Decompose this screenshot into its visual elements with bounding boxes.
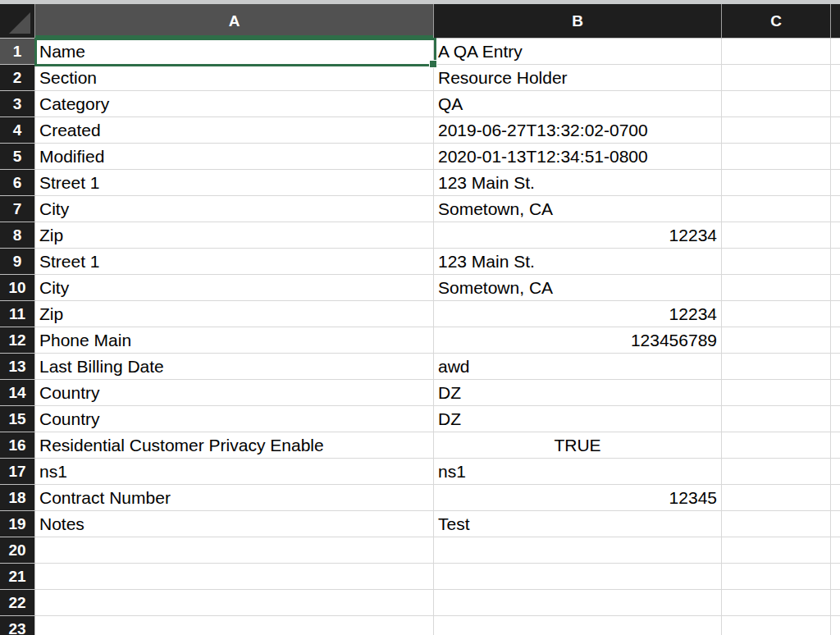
cell-B1[interactable]: A QA Entry — [434, 39, 722, 65]
row-header-22[interactable]: 22 — [0, 590, 35, 616]
select-all-button[interactable] — [0, 4, 35, 39]
row-header-6[interactable]: 6 — [0, 170, 35, 196]
cell-A10[interactable]: City — [35, 275, 434, 301]
cell-D9[interactable] — [831, 249, 840, 275]
cell-D22[interactable] — [831, 590, 840, 616]
cell-A11[interactable]: Zip — [35, 301, 434, 327]
cell-D21[interactable] — [831, 564, 840, 590]
row-header-17[interactable]: 17 — [0, 459, 35, 485]
cell-C4[interactable] — [722, 117, 831, 144]
cell-C5[interactable] — [722, 144, 831, 170]
row-header-3[interactable]: 3 — [0, 91, 35, 117]
fill-handle[interactable] — [429, 60, 437, 68]
cell-C8[interactable] — [722, 222, 831, 249]
cell-D23[interactable] — [831, 616, 840, 635]
cell-A1[interactable]: Name — [35, 39, 434, 65]
cell-D13[interactable] — [831, 354, 840, 380]
cell-D10[interactable] — [831, 275, 840, 301]
cell-B11[interactable]: 12234 — [434, 301, 722, 327]
cell-D6[interactable] — [831, 170, 840, 196]
row-header-13[interactable]: 13 — [0, 354, 35, 380]
cell-B6[interactable]: 123 Main St. — [434, 170, 722, 196]
cell-B4[interactable]: 2019-06-27T13:32:02-0700 — [434, 117, 722, 144]
cell-C22[interactable] — [722, 590, 831, 616]
row-header-16[interactable]: 16 — [0, 432, 35, 459]
cell-D3[interactable] — [831, 91, 840, 117]
column-header-A[interactable]: A — [35, 4, 434, 39]
column-header-B[interactable]: B — [434, 4, 722, 39]
cell-B17[interactable]: ns1 — [434, 459, 722, 485]
cell-C17[interactable] — [722, 459, 831, 485]
cell-B18[interactable]: 12345 — [434, 485, 722, 511]
row-header-1[interactable]: 1 — [0, 39, 35, 65]
row-header-9[interactable]: 9 — [0, 249, 35, 275]
row-header-11[interactable]: 11 — [0, 301, 35, 327]
row-header-19[interactable]: 19 — [0, 511, 35, 537]
column-header-D-partial[interactable] — [831, 4, 840, 39]
cell-D12[interactable] — [831, 327, 840, 354]
row-header-5[interactable]: 5 — [0, 144, 35, 170]
row-header-4[interactable]: 4 — [0, 117, 35, 144]
row-header-23[interactable]: 23 — [0, 616, 35, 635]
cell-D15[interactable] — [831, 406, 840, 432]
cell-C7[interactable] — [722, 196, 831, 222]
cell-B9[interactable]: 123 Main St. — [434, 249, 722, 275]
cell-A5[interactable]: Modified — [35, 144, 434, 170]
cell-B14[interactable]: DZ — [434, 380, 722, 406]
cell-C19[interactable] — [722, 511, 831, 537]
row-header-12[interactable]: 12 — [0, 327, 35, 354]
cell-C13[interactable] — [722, 354, 831, 380]
cell-D8[interactable] — [831, 222, 840, 249]
cell-C16[interactable] — [722, 432, 831, 459]
row-header-18[interactable]: 18 — [0, 485, 35, 511]
cell-B13[interactable]: awd — [434, 354, 722, 380]
cell-C14[interactable] — [722, 380, 831, 406]
cell-B8[interactable]: 12234 — [434, 222, 722, 249]
row-header-21[interactable]: 21 — [0, 564, 35, 590]
cell-A7[interactable]: City — [35, 196, 434, 222]
cell-D1[interactable] — [831, 39, 840, 65]
cell-B22[interactable] — [434, 590, 722, 616]
cell-A19[interactable]: Notes — [35, 511, 434, 537]
cell-C15[interactable] — [722, 406, 831, 432]
cell-B10[interactable]: Sometown, CA — [434, 275, 722, 301]
cell-A23[interactable] — [35, 616, 434, 635]
cell-B19[interactable]: Test — [434, 511, 722, 537]
cell-D14[interactable] — [831, 380, 840, 406]
cell-A9[interactable]: Street 1 — [35, 249, 434, 275]
cell-A13[interactable]: Last Billing Date — [35, 354, 434, 380]
cell-D4[interactable] — [831, 117, 840, 144]
cell-C2[interactable] — [722, 65, 831, 91]
cell-C9[interactable] — [722, 249, 831, 275]
cell-B5[interactable]: 2020-01-13T12:34:51-0800 — [434, 144, 722, 170]
cell-C6[interactable] — [722, 170, 831, 196]
cell-B2[interactable]: Resource Holder — [434, 65, 722, 91]
column-header-C[interactable]: C — [722, 4, 831, 39]
cell-B16[interactable]: TRUE — [434, 432, 722, 459]
cell-C23[interactable] — [722, 616, 831, 635]
cell-C21[interactable] — [722, 564, 831, 590]
cell-B23[interactable] — [434, 616, 722, 635]
row-header-7[interactable]: 7 — [0, 196, 35, 222]
cell-B20[interactable] — [434, 537, 722, 564]
cell-A3[interactable]: Category — [35, 91, 434, 117]
cell-D7[interactable] — [831, 196, 840, 222]
cell-A4[interactable]: Created — [35, 117, 434, 144]
cell-B21[interactable] — [434, 564, 722, 590]
cell-B12[interactable]: 123456789 — [434, 327, 722, 354]
row-header-14[interactable]: 14 — [0, 380, 35, 406]
cell-D2[interactable] — [831, 65, 840, 91]
cell-D17[interactable] — [831, 459, 840, 485]
cell-A2[interactable]: Section — [35, 65, 434, 91]
cell-D19[interactable] — [831, 511, 840, 537]
cell-D5[interactable] — [831, 144, 840, 170]
cell-A8[interactable]: Zip — [35, 222, 434, 249]
cell-C11[interactable] — [722, 301, 831, 327]
cell-D18[interactable] — [831, 485, 840, 511]
cell-D16[interactable] — [831, 432, 840, 459]
cell-A18[interactable]: Contract Number — [35, 485, 434, 511]
cell-C3[interactable] — [722, 91, 831, 117]
row-header-2[interactable]: 2 — [0, 65, 35, 91]
cell-A22[interactable] — [35, 590, 434, 616]
cell-D11[interactable] — [831, 301, 840, 327]
